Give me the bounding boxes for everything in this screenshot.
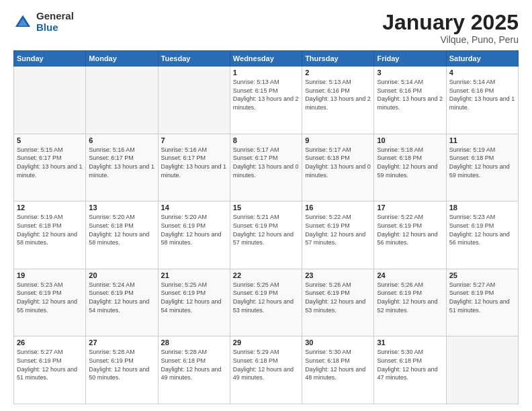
day-info: Sunrise: 5:24 AMSunset: 6:19 PMDaylight:…: [89, 281, 154, 314]
calendar-cell: 16Sunrise: 5:22 AMSunset: 6:19 PMDayligh…: [302, 201, 374, 269]
weekday-header: Sunday: [14, 51, 86, 66]
day-number: 4: [449, 68, 515, 77]
day-number: 27: [89, 338, 154, 347]
calendar-cell: 20Sunrise: 5:24 AMSunset: 6:19 PMDayligh…: [86, 269, 158, 336]
day-info: Sunrise: 5:18 AMSunset: 6:18 PMDaylight:…: [377, 146, 443, 179]
day-info: Sunrise: 5:14 AMSunset: 6:16 PMDaylight:…: [449, 78, 515, 111]
calendar: SundayMondayTuesdayWednesdayThursdayFrid…: [13, 50, 519, 404]
day-info: Sunrise: 5:20 AMSunset: 6:19 PMDaylight:…: [161, 213, 227, 246]
calendar-cell: 23Sunrise: 5:26 AMSunset: 6:19 PMDayligh…: [302, 269, 374, 336]
day-number: 8: [233, 136, 299, 144]
day-info: Sunrise: 5:27 AMSunset: 6:19 PMDaylight:…: [449, 281, 515, 314]
day-number: 9: [305, 136, 371, 144]
day-number: 1: [233, 68, 299, 77]
calendar-cell: 5Sunrise: 5:15 AMSunset: 6:17 PMDaylight…: [14, 134, 86, 201]
day-info: Sunrise: 5:21 AMSunset: 6:19 PMDaylight:…: [233, 213, 299, 246]
day-info: Sunrise: 5:28 AMSunset: 6:18 PMDaylight:…: [161, 348, 227, 381]
day-number: 6: [89, 136, 154, 144]
calendar-cell: 2Sunrise: 5:13 AMSunset: 6:16 PMDaylight…: [302, 66, 374, 134]
day-info: Sunrise: 5:30 AMSunset: 6:18 PMDaylight:…: [377, 348, 443, 381]
day-number: 5: [17, 136, 83, 144]
day-info: Sunrise: 5:30 AMSunset: 6:18 PMDaylight:…: [305, 348, 371, 381]
day-info: Sunrise: 5:27 AMSunset: 6:19 PMDaylight:…: [17, 348, 83, 381]
day-number: 2: [305, 68, 371, 77]
day-info: Sunrise: 5:22 AMSunset: 6:19 PMDaylight:…: [377, 213, 443, 246]
title-section: January 2025 Vilque, Puno, Peru: [382, 11, 519, 45]
header: General Blue January 2025 Vilque, Puno, …: [13, 11, 519, 45]
day-number: 11: [449, 136, 515, 144]
weekday-header: Tuesday: [158, 51, 230, 66]
calendar-cell: 8Sunrise: 5:17 AMSunset: 6:17 PMDaylight…: [230, 134, 302, 201]
day-info: Sunrise: 5:29 AMSunset: 6:18 PMDaylight:…: [233, 348, 299, 381]
day-number: 24: [377, 271, 443, 279]
calendar-cell: 17Sunrise: 5:22 AMSunset: 6:19 PMDayligh…: [374, 201, 446, 269]
day-number: 28: [161, 338, 227, 347]
month-title: January 2025: [382, 11, 519, 34]
logo-blue: Blue: [36, 22, 74, 34]
day-number: 3: [377, 68, 443, 77]
day-number: 31: [377, 338, 443, 347]
calendar-header-row: SundayMondayTuesdayWednesdayThursdayFrid…: [14, 51, 519, 66]
logo-icon: [13, 13, 32, 32]
day-info: Sunrise: 5:20 AMSunset: 6:18 PMDaylight:…: [89, 213, 154, 246]
day-info: Sunrise: 5:25 AMSunset: 6:19 PMDaylight:…: [233, 281, 299, 314]
day-info: Sunrise: 5:13 AMSunset: 6:16 PMDaylight:…: [305, 78, 371, 111]
logo-text: General Blue: [36, 11, 74, 33]
day-info: Sunrise: 5:17 AMSunset: 6:17 PMDaylight:…: [233, 146, 299, 179]
day-number: 30: [305, 338, 371, 347]
calendar-cell: 28Sunrise: 5:28 AMSunset: 6:18 PMDayligh…: [158, 336, 230, 404]
day-number: 17: [377, 203, 443, 212]
calendar-cell: 7Sunrise: 5:16 AMSunset: 6:17 PMDaylight…: [158, 134, 230, 201]
calendar-cell: 4Sunrise: 5:14 AMSunset: 6:16 PMDaylight…: [446, 66, 518, 134]
day-info: Sunrise: 5:17 AMSunset: 6:18 PMDaylight:…: [305, 146, 371, 179]
day-number: 18: [449, 203, 515, 212]
day-number: 12: [17, 203, 83, 212]
calendar-cell: [14, 66, 86, 134]
calendar-cell: 15Sunrise: 5:21 AMSunset: 6:19 PMDayligh…: [230, 201, 302, 269]
day-number: 29: [233, 338, 299, 347]
calendar-cell: 24Sunrise: 5:26 AMSunset: 6:19 PMDayligh…: [374, 269, 446, 336]
calendar-cell: 29Sunrise: 5:29 AMSunset: 6:18 PMDayligh…: [230, 336, 302, 404]
logo-general: General: [36, 11, 74, 22]
calendar-cell: 12Sunrise: 5:19 AMSunset: 6:18 PMDayligh…: [14, 201, 86, 269]
location: Vilque, Puno, Peru: [382, 34, 519, 45]
calendar-cell: 6Sunrise: 5:16 AMSunset: 6:17 PMDaylight…: [86, 134, 158, 201]
calendar-cell: 10Sunrise: 5:18 AMSunset: 6:18 PMDayligh…: [374, 134, 446, 201]
weekday-header: Wednesday: [230, 51, 302, 66]
calendar-cell: 18Sunrise: 5:23 AMSunset: 6:19 PMDayligh…: [446, 201, 518, 269]
calendar-cell: 26Sunrise: 5:27 AMSunset: 6:19 PMDayligh…: [14, 336, 86, 404]
day-info: Sunrise: 5:16 AMSunset: 6:17 PMDaylight:…: [161, 146, 227, 179]
calendar-cell: 27Sunrise: 5:28 AMSunset: 6:19 PMDayligh…: [86, 336, 158, 404]
calendar-cell: 21Sunrise: 5:25 AMSunset: 6:19 PMDayligh…: [158, 269, 230, 336]
calendar-cell: 30Sunrise: 5:30 AMSunset: 6:18 PMDayligh…: [302, 336, 374, 404]
day-info: Sunrise: 5:23 AMSunset: 6:19 PMDaylight:…: [449, 213, 515, 246]
day-info: Sunrise: 5:15 AMSunset: 6:17 PMDaylight:…: [17, 146, 83, 179]
weekday-header: Monday: [86, 51, 158, 66]
day-number: 7: [161, 136, 227, 144]
day-info: Sunrise: 5:23 AMSunset: 6:19 PMDaylight:…: [17, 281, 83, 314]
day-info: Sunrise: 5:19 AMSunset: 6:18 PMDaylight:…: [449, 146, 515, 179]
day-number: 20: [89, 271, 154, 279]
calendar-cell: [158, 66, 230, 134]
day-number: 16: [305, 203, 371, 212]
calendar-cell: 31Sunrise: 5:30 AMSunset: 6:18 PMDayligh…: [374, 336, 446, 404]
day-info: Sunrise: 5:13 AMSunset: 6:15 PMDaylight:…: [233, 78, 299, 111]
day-number: 14: [161, 203, 227, 212]
day-number: 23: [305, 271, 371, 279]
page: General Blue January 2025 Vilque, Puno, …: [0, 0, 532, 411]
calendar-cell: 1Sunrise: 5:13 AMSunset: 6:15 PMDaylight…: [230, 66, 302, 134]
calendar-cell: 14Sunrise: 5:20 AMSunset: 6:19 PMDayligh…: [158, 201, 230, 269]
calendar-cell: [86, 66, 158, 134]
day-number: 13: [89, 203, 154, 212]
day-number: 21: [161, 271, 227, 279]
weekday-header: Thursday: [302, 51, 374, 66]
day-number: 10: [377, 136, 443, 144]
calendar-cell: 3Sunrise: 5:14 AMSunset: 6:16 PMDaylight…: [374, 66, 446, 134]
calendar-cell: 19Sunrise: 5:23 AMSunset: 6:19 PMDayligh…: [14, 269, 86, 336]
calendar-week-row: 12Sunrise: 5:19 AMSunset: 6:18 PMDayligh…: [14, 201, 519, 269]
day-number: 19: [17, 271, 83, 279]
day-info: Sunrise: 5:22 AMSunset: 6:19 PMDaylight:…: [305, 213, 371, 246]
day-number: 25: [449, 271, 515, 279]
day-info: Sunrise: 5:28 AMSunset: 6:19 PMDaylight:…: [89, 348, 154, 381]
day-number: 22: [233, 271, 299, 279]
